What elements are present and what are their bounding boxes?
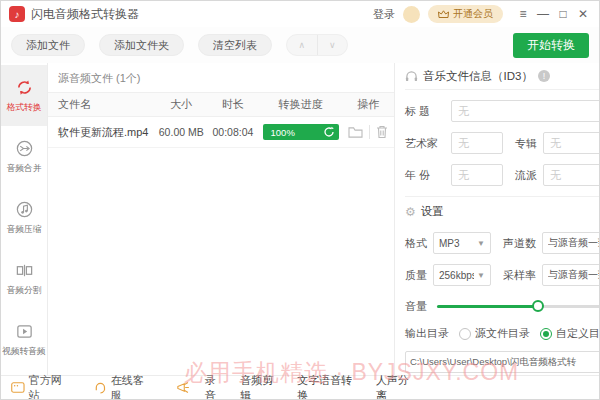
official-website-link[interactable]: 官方网站 — [11, 373, 72, 400]
title-field[interactable] — [451, 100, 600, 122]
sidebar-label: 音频压缩 — [7, 223, 42, 235]
file-name: 软件更新流程.mp4 — [48, 125, 155, 140]
link-vocal-separation[interactable]: 人声分离 — [376, 373, 419, 400]
info-icon[interactable]: ! — [538, 70, 550, 82]
sidebar-item-format-convert[interactable]: 格式转换 — [1, 65, 47, 126]
samplerate-value: 与源音频一致 — [548, 268, 600, 282]
id3-header: 音乐文件信息（ID3） ! 应用到全部 — [405, 63, 600, 90]
app-logo-music-icon: ♪ — [9, 6, 25, 22]
row-output-path: C:\Users\User\Desktop\闪电音频格式转 ··· — [405, 351, 600, 373]
online-support-link[interactable]: 在线客服 — [94, 373, 154, 400]
right-panel: 音乐文件信息（ID3） ! 应用到全部 标 题 艺术家 专辑 年 份 流派 — [395, 63, 600, 377]
format-value: MP3 — [439, 238, 474, 249]
headset-support-icon — [94, 381, 107, 394]
field-row-title: 标 题 — [405, 100, 600, 122]
samplerate-select[interactable]: 与源音频一致 ▼ — [542, 264, 600, 286]
add-file-button[interactable]: 添加文件 — [11, 34, 85, 56]
titlebar: ♪ 闪电音频格式转换器 登录 开通会员 ≡ — □ ✕ — [1, 1, 599, 27]
refresh-icon[interactable] — [323, 126, 335, 138]
clear-list-button[interactable]: 清空列表 — [198, 34, 272, 56]
menu-icon: ≡ — [519, 7, 526, 21]
title-label: 标 题 — [405, 104, 445, 119]
app-title: 闪电音频格式转换器 — [31, 6, 373, 23]
field-row-year-genre: 年 份 流派 — [405, 164, 600, 186]
sidebar-item-audio-merge[interactable]: 音频合并 — [1, 126, 47, 187]
progress-bar: 100% — [263, 124, 339, 140]
artist-label: 艺术家 — [405, 136, 445, 151]
sidebar-label: 音频合并 — [7, 162, 42, 174]
radio-custom-dir[interactable]: 自定义目录 — [540, 326, 600, 341]
album-field[interactable] — [543, 132, 600, 154]
sidebar-item-audio-split[interactable]: 音频分割 — [1, 248, 47, 309]
link-text-to-speech[interactable]: 文字语音转换 — [297, 373, 362, 400]
online-support-label: 在线客服 — [111, 373, 154, 400]
format-label: 格式 — [405, 236, 427, 251]
avatar[interactable] — [403, 6, 420, 23]
radio-unselected-icon — [459, 328, 471, 340]
maximize-icon: □ — [559, 7, 566, 21]
channels-select[interactable]: 与源音频一致 ▼ — [542, 232, 600, 254]
row-format-channels: 格式 MP3 ▼ 声道数 与源音频一致 ▼ — [405, 232, 600, 254]
convert-arrows-icon — [15, 78, 34, 97]
sidebar: 格式转换 音频合并 音频压缩 — [1, 63, 47, 377]
headphones-icon — [405, 70, 418, 82]
settings-header: ⚙ 设置 — [405, 196, 600, 222]
reorder-group: ∧ ∨ — [286, 34, 348, 56]
artist-field[interactable] — [451, 132, 503, 154]
move-down-button[interactable]: ∨ — [318, 35, 348, 55]
browser-icon — [11, 382, 25, 393]
col-duration: 时长 — [207, 97, 259, 112]
app-window: ♪ 闪电音频格式转换器 登录 开通会员 ≡ — □ ✕ 添加文件 添加文件夹 清… — [0, 0, 600, 400]
minimize-button[interactable]: — — [533, 4, 553, 24]
delete-trash-icon[interactable] — [376, 125, 388, 139]
file-list-panel: 源音频文件 (1个) 文件名 大小 时长 转换进度 操作 软件更新流程.mp4 … — [47, 63, 395, 377]
maximize-button[interactable]: □ — [553, 4, 573, 24]
file-operations — [342, 125, 394, 139]
radio-source-label: 源文件目录 — [475, 326, 530, 341]
file-list-title: 源音频文件 (1个) — [48, 63, 394, 92]
table-row[interactable]: 软件更新流程.mp4 60.00 MB 00:08:04 100% — [48, 117, 394, 148]
col-progress: 转换进度 — [259, 97, 343, 112]
menu-button[interactable]: ≡ — [513, 4, 533, 24]
sidebar-item-video-to-audio[interactable]: 视频转音频 — [1, 309, 47, 370]
megaphone-icon — [176, 381, 191, 394]
link-audio-edit[interactable]: 音频剪辑 — [240, 373, 283, 400]
format-select[interactable]: MP3 ▼ — [433, 232, 491, 254]
minimize-icon: — — [537, 7, 549, 21]
music-note-circle-icon — [15, 200, 34, 219]
genre-field[interactable] — [543, 164, 600, 186]
login-link[interactable]: 登录 — [373, 7, 395, 22]
row-quality-samplerate: 质量 256kbps ▼ 采样率 与源音频一致 ▼ — [405, 264, 600, 286]
channels-label: 声道数 — [503, 236, 536, 251]
radio-source-dir[interactable]: 源文件目录 — [459, 326, 530, 341]
year-field[interactable] — [451, 164, 503, 186]
statusbar: 官方网站 在线客服 录音 音频剪辑 文字语音转换 人声分离 — [1, 375, 599, 399]
close-icon: ✕ — [578, 7, 588, 21]
quality-select[interactable]: 256kbps ▼ — [433, 264, 491, 286]
music-note-glyph: ♪ — [15, 9, 20, 20]
move-up-button[interactable]: ∧ — [287, 35, 318, 55]
col-size: 大小 — [155, 97, 207, 112]
id3-title: 音乐文件信息（ID3） — [423, 69, 533, 84]
vip-button[interactable]: 开通会员 — [428, 5, 503, 23]
close-button[interactable]: ✕ — [573, 4, 593, 24]
sidebar-item-audio-compress[interactable]: 音频压缩 — [1, 187, 47, 248]
start-convert-button[interactable]: 开始转换 — [513, 33, 589, 58]
output-dir-label: 输出目录 — [405, 326, 449, 341]
file-duration: 00:08:04 — [207, 126, 259, 138]
col-operations: 操作 — [342, 97, 394, 112]
crown-icon — [438, 10, 449, 19]
output-path-value: C:\Users\User\Desktop\闪电音频格式转 — [406, 356, 600, 369]
add-folder-button[interactable]: 添加文件夹 — [99, 34, 184, 56]
slider-fill — [437, 305, 538, 308]
row-volume: 音量 100 ▲▼ — [405, 296, 600, 316]
play-video-icon — [15, 322, 34, 341]
output-path-field[interactable]: C:\Users\User\Desktop\闪电音频格式转 ··· — [405, 351, 600, 373]
open-folder-icon[interactable] — [348, 126, 363, 139]
merge-icon — [15, 139, 34, 158]
link-record[interactable]: 录音 — [205, 373, 227, 400]
volume-slider[interactable] — [437, 305, 600, 308]
statusbar-links: 录音 音频剪辑 文字语音转换 人声分离 — [176, 373, 419, 400]
slider-knob[interactable] — [532, 300, 544, 312]
file-progress-cell: 100% — [259, 124, 343, 140]
